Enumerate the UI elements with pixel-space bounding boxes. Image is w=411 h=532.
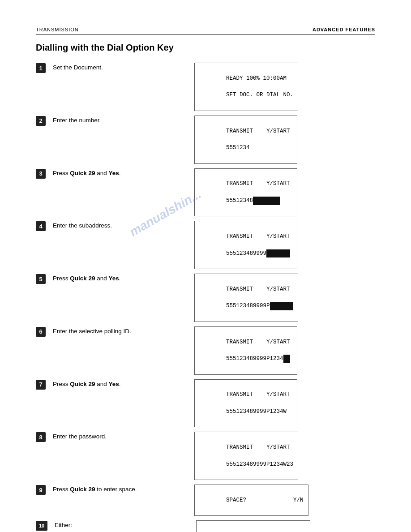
- step-10-display-1: TRANSMIT Y/START 51234S9999P1234W23: [196, 520, 310, 532]
- step-8: 8 Enter the password. TRANSMIT Y/START 5…: [36, 432, 375, 480]
- step-number-10: 10: [36, 521, 47, 531]
- step-number-2: 2: [36, 116, 46, 126]
- step-7-text: Press Quick 29 and Yes.: [53, 379, 187, 389]
- header-feature: ADVANCED FEATURES: [313, 27, 375, 32]
- step-5: 5 Press Quick 29 and Yes. TRANSMIT Y/STA…: [36, 274, 375, 322]
- step-9-display: SPACE? Y/N: [194, 485, 308, 516]
- step-number-1: 1: [36, 63, 46, 73]
- step-5-text: Press Quick 29 and Yes.: [53, 274, 187, 283]
- step-number-6: 6: [36, 327, 46, 337]
- step-number-7: 7: [36, 380, 46, 390]
- step-6-text: Enter the selective polling ID.: [53, 326, 187, 336]
- step-2-text: Enter the number.: [53, 116, 187, 125]
- step-5-display: TRANSMIT Y/START 555123489999P: [194, 274, 298, 322]
- step-1-text: Set the Document.: [53, 63, 187, 72]
- step-6-display: TRANSMIT Y/START 555123489999P1234: [194, 326, 297, 375]
- step-number-8: 8: [36, 432, 46, 442]
- step-8-display: TRANSMIT Y/START 555123489999P1234W23: [194, 432, 298, 480]
- step-4-display: TRANSMIT Y/START 555123489999: [194, 221, 297, 269]
- step-7: 7 Press Quick 29 and Yes. TRANSMIT Y/STA…: [36, 379, 375, 428]
- step-7-display: TRANSMIT Y/START 555123489999P1234W: [194, 379, 297, 428]
- step-2-display: TRANSMIT Y/START 5551234: [194, 116, 297, 164]
- header-section: TRANSMISSION: [36, 27, 79, 32]
- step-10: 10 Either: Press Yes. A space is entered…: [36, 520, 375, 532]
- step-number-9: 9: [36, 485, 46, 495]
- step-6: 6 Enter the selective polling ID. TRANSM…: [36, 326, 375, 375]
- step-10-displays: TRANSMIT Y/START 51234S9999P1234W23 TRAN…: [196, 520, 310, 532]
- step-4-text: Enter the subaddress.: [53, 221, 187, 230]
- step-number-3: 3: [36, 169, 46, 179]
- step-number-5: 5: [36, 274, 46, 284]
- page-title: Dialling with the Dial Option Key: [36, 43, 375, 53]
- step-3-text: Press Quick 29 and Yes.: [53, 168, 187, 178]
- step-8-text: Enter the password.: [53, 432, 187, 441]
- step-3-display: TRANSMIT Y/START 55512348: [194, 168, 297, 217]
- step-4: 4 Enter the subaddress. TRANSMIT Y/START…: [36, 221, 375, 269]
- step-2: 2 Enter the number. TRANSMIT Y/START 555…: [36, 116, 375, 164]
- step-1: 1 Set the Document. READY 100% 10:00AM S…: [36, 63, 375, 111]
- page-header: TRANSMISSION ADVANCED FEATURES: [36, 27, 375, 34]
- either-label: Either: Press Yes. A space is entered. P…: [55, 520, 189, 532]
- step-10-text: Either: Press Yes. A space is entered. P…: [55, 520, 189, 532]
- step-number-4: 4: [36, 221, 46, 231]
- step-3: 3 Press Quick 29 and Yes. TRANSMIT Y/STA…: [36, 168, 375, 217]
- step-1-display: READY 100% 10:00AM SET DOC. OR DIAL NO.: [194, 63, 298, 111]
- step-9-text: Press Quick 29 to enter space.: [53, 485, 187, 494]
- steps-list: 1 Set the Document. READY 100% 10:00AM S…: [36, 63, 375, 532]
- step-9: 9 Press Quick 29 to enter space. SPACE? …: [36, 485, 375, 516]
